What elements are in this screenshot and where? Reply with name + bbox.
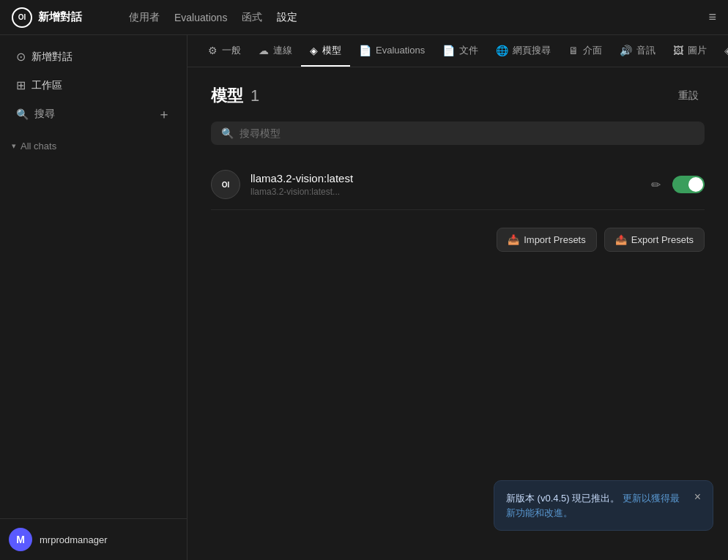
search-button[interactable]: 🔍 搜尋 ＋ <box>9 101 178 127</box>
settings-subnav: ⚙ 一般 ☁ 連線 ◈ 模型 📄 Evaluations 📄 文件 🌐 網頁搜 <box>187 35 728 67</box>
edit-model-button[interactable]: ✏ <box>648 175 664 195</box>
avatar: M <box>9 528 32 551</box>
models-header: 模型 1 重設 <box>211 85 705 107</box>
model-item: OI llama3.2-vision:latest llama3.2-visio… <box>211 160 705 210</box>
new-chat-icon: ⊙ <box>16 50 26 64</box>
export-icon: 📤 <box>615 234 627 245</box>
all-chats-section: ▾ All chats <box>0 133 187 159</box>
model-name: llama3.2-vision:latest <box>250 172 638 184</box>
top-nav-link-users[interactable]: 使用者 <box>129 8 160 27</box>
logo[interactable]: OI 新增對話 <box>12 7 82 28</box>
import-presets-button[interactable]: 📥 Import Presets <box>497 228 597 252</box>
search-input[interactable] <box>239 127 694 139</box>
subnav-evaluations[interactable]: 📄 Evaluations <box>350 35 434 67</box>
subnav-connection[interactable]: ☁ 連線 <box>250 35 301 67</box>
presets-row: 📥 Import Presets 📤 Export Presets <box>211 228 705 252</box>
search-label: 搜尋 <box>34 108 55 121</box>
subnav-websearch[interactable]: 🌐 網頁搜尋 <box>487 35 560 67</box>
subnav-images[interactable]: 🖼 圖片 <box>664 35 716 67</box>
menu-icon[interactable]: ≡ <box>708 10 716 25</box>
chevron-icon: ▾ <box>12 141 16 151</box>
export-presets-button[interactable]: 📤 Export Presets <box>604 228 705 252</box>
model-sub: llama3.2-vision:latest... <box>250 187 638 197</box>
username: mrprodmanager <box>40 534 108 545</box>
subnav-interface[interactable]: 🖥 介面 <box>560 35 611 67</box>
toast-close-button[interactable]: × <box>694 491 701 503</box>
search-icon: 🔍 <box>16 108 29 120</box>
workspace-icon: ⊞ <box>16 78 26 92</box>
search-icon: 🔍 <box>221 127 234 139</box>
import-icon: 📥 <box>508 234 519 245</box>
model-info: llama3.2-vision:latest llama3.2-vision:l… <box>250 172 638 197</box>
toggle-knob <box>688 177 703 192</box>
all-chats-label: All chats <box>21 141 56 152</box>
model-actions: ✏ <box>648 175 705 195</box>
user-section[interactable]: M mrprodmanager <box>0 518 187 560</box>
more-icon: ◈ <box>724 45 728 56</box>
plus-icon: ＋ <box>157 105 171 123</box>
top-nav-link-functions[interactable]: 函式 <box>242 8 262 27</box>
subnav-models[interactable]: ◈ 模型 <box>301 35 350 67</box>
top-nav-links: 使用者Evaluations函式設定 <box>129 8 297 27</box>
new-chat-label: 新增對話 <box>31 51 73 64</box>
models-count: 1 <box>250 86 259 105</box>
cloud-icon: ☁ <box>259 45 269 56</box>
new-chat-label: 新增對話 <box>38 10 82 24</box>
subnav-documents[interactable]: 📄 文件 <box>434 35 487 67</box>
toast-text: 新版本 (v0.4.5) 現已推出。 更新以獲得最新功能和改進。 <box>506 491 688 520</box>
model-toggle[interactable] <box>672 176 705 193</box>
toast-notification: 新版本 (v0.4.5) 現已推出。 更新以獲得最新功能和改進。 × <box>494 480 713 531</box>
models-icon: ◈ <box>310 45 318 56</box>
gear-icon: ⚙ <box>208 45 218 56</box>
subnav-general[interactable]: ⚙ 一般 <box>199 35 250 67</box>
globe-icon: 🌐 <box>496 45 508 56</box>
top-nav-link-settings[interactable]: 設定 <box>277 8 297 27</box>
model-avatar: OI <box>211 170 240 199</box>
sidebar-top: ⊙ 新增對話 ⊞ 工作區 🔍 搜尋 ＋ <box>0 35 187 133</box>
audio-icon: 🔊 <box>620 45 632 56</box>
evaluations-icon: 📄 <box>359 45 371 56</box>
all-chats-header[interactable]: ▾ All chats <box>9 136 178 156</box>
top-nav-link-evaluations[interactable]: Evaluations <box>174 9 227 26</box>
models-title: 模型 1 <box>211 85 259 107</box>
subnav-audio[interactable]: 🔊 音訊 <box>611 35 664 67</box>
reset-button[interactable]: 重設 <box>672 86 705 105</box>
image-icon: 🖼 <box>673 45 683 56</box>
new-chat-button[interactable]: ⊙ 新增對話 <box>9 44 178 70</box>
sidebar: ⊙ 新增對話 ⊞ 工作區 🔍 搜尋 ＋ ▾ All chats M mrpr <box>0 35 187 560</box>
doc-icon: 📄 <box>442 45 455 56</box>
logo-circle: OI <box>12 7 32 28</box>
workspace-label: 工作區 <box>31 79 62 92</box>
monitor-icon: 🖥 <box>568 45 579 56</box>
subnav-more[interactable]: ◈ 管 <box>716 35 728 67</box>
models-search-bar[interactable]: 🔍 <box>211 122 705 145</box>
workspace-button[interactable]: ⊞ 工作區 <box>9 72 178 98</box>
top-nav: OI 新增對話 使用者Evaluations函式設定 ≡ <box>0 0 728 35</box>
